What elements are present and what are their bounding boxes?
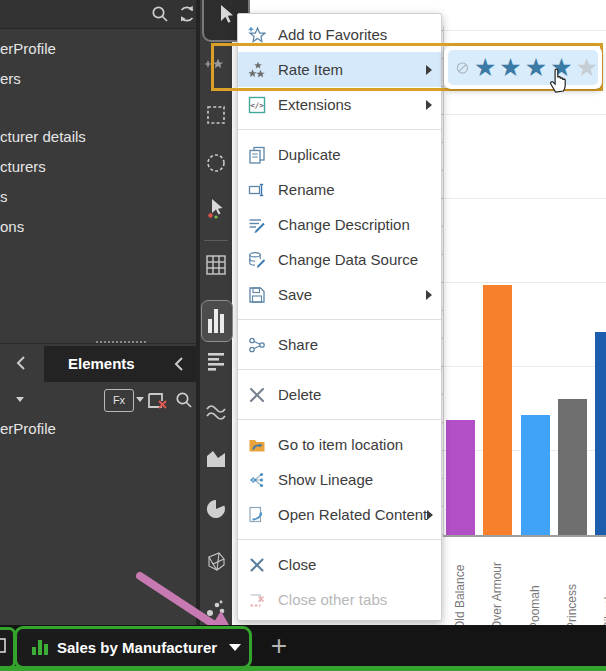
star-icon-3[interactable]: ★ — [525, 55, 547, 80]
bar-over-armour[interactable] — [483, 285, 512, 535]
refresh-icon[interactable] — [177, 4, 197, 24]
tab-bar-accent-line — [0, 666, 606, 671]
close-other-tabs-icon — [248, 591, 266, 609]
x-axis-label: Poomah — [528, 542, 544, 625]
scatter-chart-icon[interactable] — [205, 598, 227, 620]
search-elements-icon[interactable] — [174, 390, 194, 410]
new-tab-button[interactable]: + — [264, 627, 294, 665]
fx-formula-button[interactable]: Fx — [104, 389, 134, 412]
hand-cursor-icon — [545, 63, 573, 95]
tab-sales-by-manufacturer[interactable]: Sales by Manufacturer — [14, 626, 252, 669]
financial-chart-icon[interactable] — [205, 350, 227, 372]
fx-dropdown-caret-icon[interactable] — [136, 397, 144, 402]
tab-icon-fragment — [0, 638, 6, 654]
elements-panel-title: Elements — [68, 355, 135, 372]
list-item[interactable]: ons — [0, 218, 24, 235]
save-icon — [248, 286, 266, 304]
collapse-panel-icon[interactable] — [172, 355, 188, 373]
list-item[interactable]: cturers — [0, 158, 46, 175]
lasso-select-icon[interactable] — [205, 152, 227, 174]
menu-separator — [238, 539, 441, 540]
search-icon[interactable] — [150, 4, 170, 24]
x-axis-label: Over Armour — [490, 542, 506, 625]
bar-poomah[interactable] — [521, 415, 550, 535]
pie-chart-icon[interactable] — [205, 498, 227, 520]
x-axis-line — [443, 535, 606, 537]
menu-item-save[interactable]: Save — [238, 277, 441, 312]
gridline — [443, 30, 606, 31]
menu-item-rate-item[interactable]: Rate Item — [238, 52, 441, 87]
area-chart-icon[interactable] — [205, 448, 227, 470]
extensions-icon: </> — [248, 96, 266, 114]
menu-item-show-lineage[interactable]: Show Lineage — [238, 462, 441, 497]
dropdown-caret-icon[interactable] — [16, 397, 24, 402]
close-icon — [248, 556, 266, 574]
elements-panel-tab[interactable]: Elements — [44, 346, 196, 382]
menu-item-extensions[interactable]: </> Extensions — [238, 87, 441, 122]
folder-location-icon — [248, 436, 266, 454]
tool-strip — [200, 0, 232, 625]
tab-bar: Sales by Manufacturer + — [0, 625, 606, 671]
bar-old-balance[interactable] — [446, 420, 475, 535]
change-description-icon — [248, 216, 266, 234]
left-sidebar: erProfile ers cturer details cturers s o… — [0, 0, 196, 625]
bar-chart-icon — [208, 309, 226, 333]
x-axis-label: Princess — [565, 542, 581, 625]
tab-bar-chart-icon — [32, 640, 48, 655]
lineage-icon — [248, 471, 266, 489]
menu-item-change-data-source[interactable]: Change Data Source — [238, 242, 441, 277]
star-icon-5[interactable]: ★ — [576, 55, 598, 80]
star-icon-2[interactable]: ★ — [499, 55, 521, 80]
x-axis-label: Ribuck — [602, 542, 606, 625]
bar-princess[interactable] — [558, 399, 587, 535]
submenu-arrow-icon — [426, 290, 432, 300]
interaction-pointer-icon[interactable] — [205, 198, 227, 220]
no-rating-icon[interactable] — [456, 58, 469, 78]
rectangle-select-icon[interactable] — [205, 104, 227, 126]
clear-selection-icon[interactable] — [146, 388, 169, 411]
menu-separator — [238, 319, 441, 320]
tab-dropdown-caret-icon[interactable] — [229, 644, 241, 651]
tab-title: Sales by Manufacturer — [57, 639, 217, 656]
rename-icon — [248, 181, 266, 199]
menu-item-change-description[interactable]: Change Description — [238, 207, 441, 242]
list-item[interactable]: erProfile — [0, 40, 56, 57]
gridline — [443, 114, 606, 115]
menu-item-close-other-tabs: Close other tabs — [238, 582, 441, 617]
menu-separator — [238, 129, 441, 130]
related-content-icon — [248, 506, 266, 524]
list-item[interactable]: cturer details — [0, 128, 86, 145]
menu-item-open-related-content[interactable]: Open Related Content — [238, 497, 441, 532]
star-icon-1[interactable]: ★ — [474, 55, 496, 80]
surface-3d-chart-icon[interactable] — [205, 550, 227, 572]
menu-separator — [238, 369, 441, 370]
menu-item-share[interactable]: Share — [238, 327, 441, 362]
x-axis-label: Old Balance — [453, 542, 469, 625]
elements-toolbar: Fx — [0, 386, 196, 416]
panel-divider — [0, 343, 196, 344]
menu-item-add-to-favorites[interactable]: Add to Favorites — [238, 17, 441, 52]
share-icon — [248, 336, 266, 354]
element-list-item[interactable]: erProfile — [0, 420, 56, 437]
curve-chart-icon[interactable] — [205, 400, 227, 422]
list-item[interactable]: s — [0, 188, 8, 205]
table-view-icon[interactable] — [205, 254, 227, 276]
gridline — [443, 282, 606, 283]
rating-flyout: ★ ★ ★ ★ ★ — [444, 46, 602, 89]
menu-item-go-to-item-location[interactable]: Go to item location — [238, 427, 441, 462]
panel-drag-handle[interactable] — [96, 341, 146, 343]
menu-item-close[interactable]: Close — [238, 547, 441, 582]
gridline — [443, 366, 606, 367]
submenu-arrow-icon — [427, 510, 433, 520]
add-favorite-icon — [248, 26, 266, 44]
rate-tool-icon[interactable] — [205, 56, 227, 78]
bar-ribuck[interactable] — [595, 332, 606, 535]
menu-item-duplicate[interactable]: Duplicate — [238, 137, 441, 172]
menu-item-rename[interactable]: Rename — [238, 172, 441, 207]
rate-item-icon — [248, 61, 266, 79]
menu-item-delete[interactable]: Delete — [238, 377, 441, 412]
list-item[interactable]: ers — [0, 70, 21, 87]
bar-chart-tool-button[interactable] — [201, 300, 233, 342]
collapse-left-icon[interactable] — [14, 354, 30, 372]
duplicate-icon — [248, 146, 266, 164]
